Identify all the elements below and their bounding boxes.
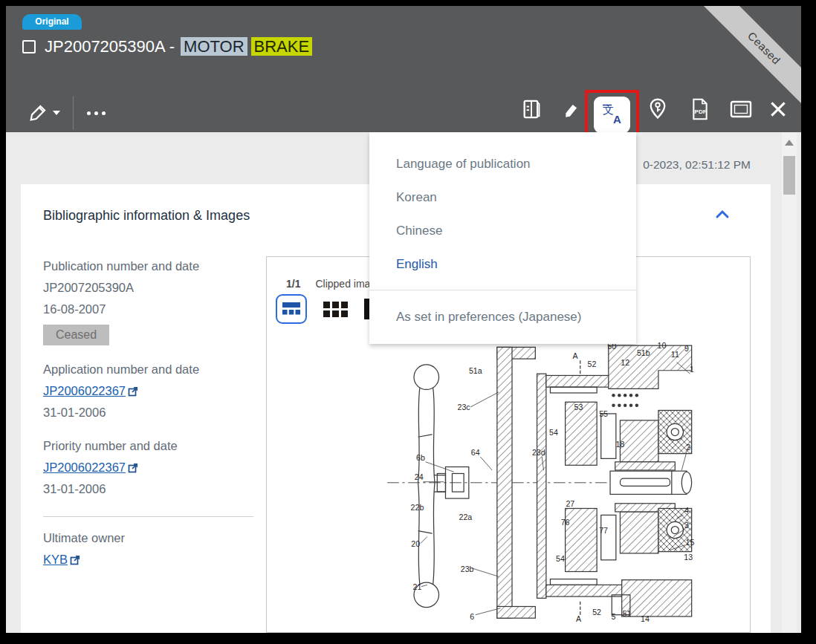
svg-text:5: 5 xyxy=(612,612,616,621)
publication-number: JP2007205390A xyxy=(45,37,165,56)
external-link-icon xyxy=(127,462,139,474)
svg-text:12: 12 xyxy=(621,358,629,367)
view-grid-icon[interactable] xyxy=(323,302,348,317)
svg-text:24: 24 xyxy=(415,472,424,481)
svg-text:4: 4 xyxy=(684,506,689,515)
image-panel-header: 1/1 Clipped image xyxy=(286,278,382,290)
external-link-icon xyxy=(69,554,81,566)
translate-icon[interactable]: 文 A xyxy=(594,97,630,133)
svg-text:3: 3 xyxy=(684,521,689,530)
app-surface: Original JP2007205390A - MOTORBRAKE Ceas… xyxy=(6,6,801,633)
svg-text:52: 52 xyxy=(588,360,597,368)
priority-number-link[interactable]: JP2006022367 xyxy=(43,457,126,478)
menu-item-chinese[interactable]: Chinese xyxy=(369,214,636,247)
svg-text:A: A xyxy=(576,614,582,623)
svg-text:64: 64 xyxy=(471,448,480,457)
svg-text:6: 6 xyxy=(470,612,474,621)
priority-date-value: 31-01-2006 xyxy=(43,478,236,500)
publication-number-value: JP2007205390A xyxy=(43,277,236,299)
svg-text:53: 53 xyxy=(574,403,583,412)
menu-item-english[interactable]: English xyxy=(369,247,636,281)
image-view-toggle xyxy=(276,294,382,324)
svg-text:54: 54 xyxy=(549,428,558,437)
highlight-term-motor: MOTOR xyxy=(181,37,247,56)
application-label: Application number and date xyxy=(43,359,236,380)
priority-label: Priority number and date xyxy=(43,435,236,457)
application-date-value: 31-01-2006 xyxy=(43,402,236,423)
svg-text:21: 21 xyxy=(413,582,422,591)
title-row: JP2007205390A - MOTORBRAKE xyxy=(22,37,312,56)
svg-text:52: 52 xyxy=(592,608,601,617)
svg-text:54: 54 xyxy=(556,554,565,563)
svg-text:20: 20 xyxy=(411,539,420,548)
annotation-red-box: 文 A xyxy=(585,90,639,132)
close-icon[interactable] xyxy=(765,97,791,122)
page-title: JP2007205390A - MOTORBRAKE xyxy=(45,37,312,56)
window-popout-icon[interactable] xyxy=(728,97,754,122)
svg-text:51: 51 xyxy=(622,609,631,618)
svg-text:55: 55 xyxy=(599,409,608,418)
menu-item-korean[interactable]: Korean xyxy=(369,180,636,214)
ultimate-owner-link[interactable]: KYB xyxy=(43,549,68,570)
publication-date-value: 16-08-2007 xyxy=(43,299,236,320)
svg-text:23b: 23b xyxy=(461,565,474,573)
svg-text:27: 27 xyxy=(566,499,574,508)
svg-text:18: 18 xyxy=(616,440,625,449)
svg-text:51a: 51a xyxy=(469,366,482,375)
svg-text:10: 10 xyxy=(657,341,666,350)
highlighter-icon[interactable] xyxy=(560,97,585,122)
svg-text:77: 77 xyxy=(599,526,608,535)
image-pager: 1/1 xyxy=(286,278,300,290)
svg-text:14: 14 xyxy=(641,614,650,623)
patent-record-window: Original JP2007205390A - MOTORBRAKE Ceas… xyxy=(0,0,816,644)
record-header: Original JP2007205390A - MOTORBRAKE Ceas… xyxy=(6,6,801,132)
patent-figure: A52501251b10119151a23c545355186b6423d242… xyxy=(297,337,728,624)
external-link-icon xyxy=(127,386,139,397)
svg-text:13: 13 xyxy=(684,553,693,562)
svg-text:2: 2 xyxy=(686,443,690,452)
svg-text:22a: 22a xyxy=(459,513,472,521)
ultimate-owner-label: Ultimate owner xyxy=(43,527,236,549)
svg-text:11: 11 xyxy=(671,350,679,359)
svg-text:9: 9 xyxy=(684,344,689,353)
svg-text:23c: 23c xyxy=(458,403,471,412)
menu-item-language-of-publication[interactable]: Language of publication xyxy=(369,147,636,180)
record-checkbox[interactable] xyxy=(22,40,36,53)
original-badge: Original xyxy=(22,14,82,30)
svg-text:51b: 51b xyxy=(637,348,650,357)
svg-text:A: A xyxy=(572,351,578,360)
title-separator: - xyxy=(169,37,179,56)
bibliographic-fields: Publication number and date JP2007205390… xyxy=(43,256,236,570)
report-book-icon[interactable] xyxy=(519,97,544,122)
svg-text:A: A xyxy=(613,113,621,126)
collapse-section-icon[interactable] xyxy=(715,209,730,220)
publication-label: Publication number and date xyxy=(43,256,236,277)
translate-dropdown-menu: Language of publication Korean Chinese E… xyxy=(369,132,636,344)
key-location-icon[interactable] xyxy=(645,97,670,122)
scrollbar[interactable] xyxy=(782,132,797,633)
svg-text:1: 1 xyxy=(690,365,694,374)
field-divider xyxy=(43,516,253,517)
toolbar-right: 文 A xyxy=(6,89,801,132)
section-title: Bibliographic information & Images xyxy=(43,208,250,224)
last-updated-timestamp: 0-2023, 02:51:12 PM xyxy=(643,158,751,172)
application-number-link[interactable]: JP2006022367 xyxy=(43,380,126,402)
status-badge: Ceased xyxy=(43,325,109,345)
scrollbar-up-arrow[interactable] xyxy=(785,140,794,146)
svg-text:22b: 22b xyxy=(411,503,424,512)
svg-text:23d: 23d xyxy=(532,448,545,457)
svg-text:15: 15 xyxy=(686,538,695,547)
svg-text:PDF: PDF xyxy=(695,108,707,115)
view-table-layout-icon[interactable] xyxy=(276,294,307,324)
svg-text:6b: 6b xyxy=(416,453,425,462)
menu-item-preferences-japanese[interactable]: As set in preferences (Japanese) xyxy=(369,290,636,344)
scrollbar-thumb[interactable] xyxy=(783,156,795,195)
svg-text:76: 76 xyxy=(561,518,570,527)
pdf-icon[interactable]: PDF xyxy=(687,97,713,122)
highlight-term-brake: BRAKE xyxy=(251,37,313,56)
